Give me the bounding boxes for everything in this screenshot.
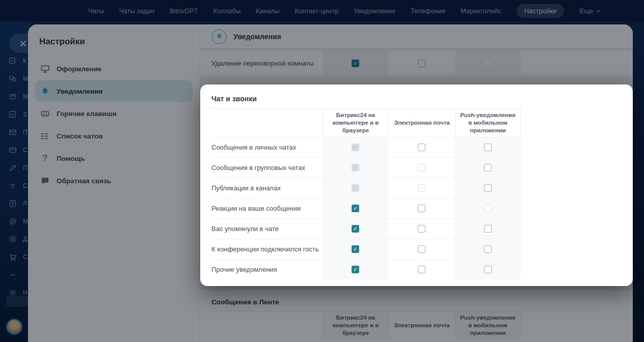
- checkbox: [484, 205, 492, 212]
- checkbox: [418, 164, 425, 172]
- checkbox[interactable]: [484, 266, 492, 273]
- checkbox[interactable]: [418, 266, 425, 273]
- notification-row: Сообщения в групповых чатах: [211, 157, 521, 178]
- checkbox[interactable]: [352, 245, 359, 253]
- row-label: К конференции подключился гость: [211, 239, 323, 259]
- table-header: Битрикс24 на компьютере и в браузере Эле…: [211, 108, 521, 137]
- row-label: Прочие уведомления: [211, 260, 323, 279]
- checkbox[interactable]: [418, 144, 425, 151]
- notification-row: Сообщения в личных чатах: [211, 137, 521, 157]
- row-label: Вас упомянули в чате: [211, 219, 323, 239]
- column-header-email: Электронная почта: [388, 108, 455, 137]
- column-header-desktop: Битрикс24 на компьютере и в браузере: [323, 108, 388, 137]
- checkbox[interactable]: [352, 266, 359, 273]
- checkbox: [352, 164, 359, 172]
- row-label: Сообщения в личных чатах: [211, 137, 323, 157]
- notification-row: Прочие уведомления: [211, 259, 521, 279]
- checkbox[interactable]: [484, 225, 492, 233]
- checkbox: [418, 184, 425, 192]
- checkbox[interactable]: [352, 205, 359, 212]
- checkbox[interactable]: [418, 225, 425, 233]
- notification-row: Реакции на ваши сообщения: [211, 198, 521, 218]
- card-title: Чат и звонки: [211, 95, 633, 103]
- checkbox[interactable]: [484, 184, 492, 192]
- checkbox[interactable]: [418, 245, 425, 253]
- row-label: Публикации в каналах: [211, 178, 323, 198]
- column-header-push: Push-уведомления в мобильном приложении: [455, 108, 521, 137]
- row-label: Сообщения в групповых чатах: [211, 158, 323, 178]
- checkbox: [352, 144, 359, 151]
- checkbox: [352, 184, 359, 192]
- checkbox[interactable]: [484, 164, 492, 172]
- checkbox[interactable]: [418, 205, 425, 212]
- notification-row: Вас упомянули в чате: [211, 218, 521, 239]
- notification-row: К конференции подключился гость: [211, 239, 521, 259]
- checkbox[interactable]: [484, 245, 492, 253]
- checkbox[interactable]: [484, 144, 492, 151]
- checkbox[interactable]: [352, 225, 359, 233]
- notification-table: Сообщения в личных чатах Сообщения в гру…: [211, 137, 521, 279]
- row-label: Реакции на ваши сообщения: [211, 198, 323, 218]
- spotlight-card: Чат и звонки Битрикс24 на компьютере и в…: [200, 84, 633, 286]
- notification-row: Публикации в каналах: [211, 178, 521, 198]
